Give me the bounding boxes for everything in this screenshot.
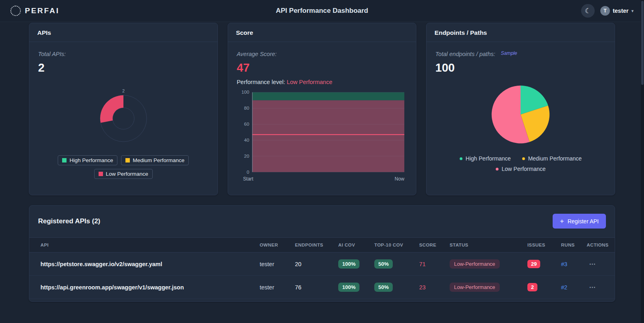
- avatar: T: [600, 6, 610, 16]
- brand-logo[interactable]: PERFAI: [10, 6, 60, 16]
- ellipsis-icon: ⋯: [589, 284, 596, 291]
- runs-link[interactable]: #3: [561, 261, 567, 267]
- actions-menu-button[interactable]: ⋯: [587, 260, 599, 268]
- ai-cov-badge: 100%: [338, 283, 359, 292]
- average-score-label: Average Score:: [237, 51, 408, 57]
- legend-item-medium-performance[interactable]: Medium Performance: [522, 155, 582, 162]
- legend-item-low-performance[interactable]: Low Performance: [94, 169, 153, 179]
- actions-menu-button[interactable]: ⋯: [587, 283, 599, 291]
- summary-cards: APIs Total APIs: 2 2 High Performance Me…: [29, 23, 615, 195]
- svg-text:0: 0: [246, 169, 249, 175]
- dark-mode-toggle[interactable]: ☾: [581, 4, 595, 18]
- legend-ring-low: [496, 168, 499, 171]
- table-row: https://petstore.swagger.io/v2/swagger.y…: [29, 253, 615, 276]
- register-api-button[interactable]: + Register API: [553, 214, 606, 229]
- total-endpoints-line: Total endpoints / paths: Sample: [435, 51, 606, 57]
- panel-header: Registered APIs (2) + Register API: [29, 206, 615, 237]
- perfai-logo-icon: [10, 6, 21, 16]
- header-controls: ☾ T tester ▾: [581, 4, 634, 18]
- legend-label-low: Low Performance: [106, 171, 148, 177]
- api-url: https://petstore.swagger.io/v2/swagger.y…: [29, 253, 255, 276]
- svg-text:100: 100: [241, 89, 249, 94]
- api-url: https://api.greenroom.app/swagger/v1/swa…: [29, 276, 255, 299]
- svg-text:Now: Now: [394, 176, 404, 182]
- top10-cov-badge: 50%: [374, 259, 393, 269]
- issues-badge[interactable]: 2: [527, 283, 537, 291]
- table-header-row: API OWNER ENDPOINTS AI COV TOP-10 COV SC…: [29, 238, 615, 253]
- col-header-endpoints: ENDPOINTS: [290, 238, 333, 253]
- user-menu[interactable]: T tester ▾: [600, 6, 634, 16]
- brand-name: PERFAI: [25, 6, 60, 15]
- plus-icon: +: [560, 218, 564, 225]
- legend-ring-medium: [522, 157, 525, 160]
- endpoints-legend-row-1: High Performance Medium Performance: [435, 155, 606, 162]
- score-value: 71: [414, 253, 445, 276]
- col-header-actions: ACTIONS: [582, 238, 615, 253]
- score-card-header: Score: [228, 23, 416, 42]
- issues-badge[interactable]: 29: [527, 260, 540, 268]
- legend-swatch-low: [99, 172, 103, 176]
- owner: tester: [255, 253, 290, 276]
- endpoints-card-body: Total endpoints / paths: Sample 100 High…: [426, 42, 615, 179]
- status-badge: Low-Performance: [450, 283, 500, 292]
- scrollbar-thumb[interactable]: [641, 1, 644, 85]
- status-badge: Low-Performance: [450, 259, 500, 269]
- owner: tester: [255, 276, 290, 299]
- endpoints-legend-row-2: Low Performance: [435, 166, 606, 172]
- legend-item-high-performance[interactable]: High Performance: [58, 155, 117, 165]
- legend-ring-high: [460, 157, 462, 160]
- total-endpoints-value: 100: [435, 61, 606, 74]
- endpoints-card: Endpoints / Paths Total endpoints / path…: [426, 23, 615, 195]
- apis-card-body: Total APIs: 2 2 High Performance Medium …: [29, 42, 218, 185]
- legend-label-medium: Medium Performance: [528, 155, 582, 162]
- runs-link[interactable]: #2: [561, 284, 567, 291]
- top10-cov-badge: 50%: [374, 283, 393, 292]
- svg-text:20: 20: [244, 153, 249, 158]
- table-row: https://api.greenroom.app/swagger/v1/swa…: [29, 276, 615, 299]
- apis-card-title: APIs: [37, 29, 210, 36]
- score-area-chart: 020406080100StartNow: [237, 88, 408, 185]
- performance-level-line: Performance level: Low Performance: [237, 79, 408, 85]
- performance-level-label: Performance level:: [237, 79, 285, 85]
- col-header-score: SCORE: [414, 238, 445, 253]
- sample-link[interactable]: Sample: [501, 50, 517, 56]
- score-card-title: Score: [236, 29, 408, 36]
- total-endpoints-label: Total endpoints / paths:: [435, 51, 495, 57]
- score-value: 23: [414, 276, 445, 299]
- registered-apis-table: API OWNER ENDPOINTS AI COV TOP-10 COV SC…: [29, 237, 615, 299]
- endpoints-pie-chart: [486, 80, 555, 149]
- endpoints-card-header: Endpoints / Paths: [426, 23, 615, 42]
- legend-label-low: Low Performance: [502, 166, 546, 172]
- col-header-runs: RUNS: [556, 238, 582, 253]
- ai-cov-badge: 100%: [338, 259, 359, 269]
- legend-swatch-medium: [125, 158, 130, 163]
- page-title: API Performance Dashboard: [276, 7, 368, 15]
- app-header: PERFAI API Performance Dashboard ☾ T tes…: [0, 0, 644, 22]
- panel-title: Registered APIs (2): [38, 217, 100, 225]
- chevron-down-icon: ▾: [631, 8, 634, 14]
- register-api-label: Register API: [567, 218, 599, 225]
- svg-text:80: 80: [244, 105, 249, 110]
- col-header-ai-cov: AI COV: [333, 238, 369, 253]
- endpoints-count: 76: [290, 276, 333, 299]
- legend-item-low-performance[interactable]: Low Performance: [496, 166, 546, 172]
- ellipsis-icon: ⋯: [589, 261, 596, 267]
- svg-text:40: 40: [244, 137, 249, 142]
- col-header-issues: ISSUES: [523, 238, 556, 253]
- col-header-top10-cov: TOP-10 COV: [369, 238, 414, 253]
- col-header-api: API: [29, 238, 255, 253]
- average-score-value: 47: [237, 61, 408, 74]
- legend-item-high-performance[interactable]: High Performance: [460, 155, 511, 162]
- user-name: tester: [613, 8, 629, 14]
- apis-card-header: APIs: [29, 23, 218, 42]
- legend-item-medium-performance[interactable]: Medium Performance: [121, 155, 189, 165]
- endpoints-card-title: Endpoints / Paths: [434, 29, 607, 36]
- svg-text:60: 60: [244, 121, 249, 126]
- total-apis-value: 2: [38, 61, 209, 74]
- moon-icon: ☾: [585, 7, 591, 15]
- score-card: Score Average Score: 47 Performance leve…: [228, 23, 417, 195]
- score-card-body: Average Score: 47 Performance level: Low…: [228, 42, 416, 192]
- total-apis-label: Total APIs:: [38, 51, 209, 57]
- scrollbar[interactable]: [641, 0, 644, 323]
- endpoints-count: 20: [290, 253, 333, 276]
